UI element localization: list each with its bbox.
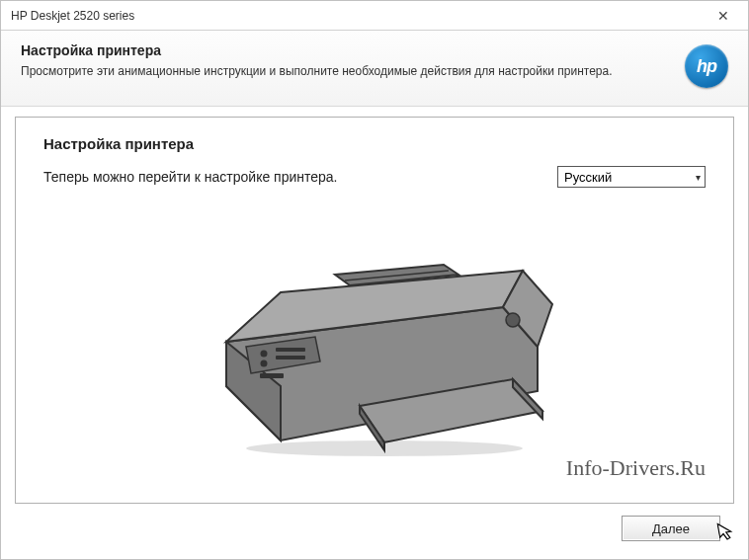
cursor-icon bbox=[716, 520, 736, 546]
svg-rect-2 bbox=[276, 348, 305, 352]
close-button[interactable]: ✕ bbox=[703, 5, 744, 27]
header-subtitle: Просмотрите эти анимационные инструкции … bbox=[21, 64, 613, 78]
printer-icon bbox=[187, 213, 562, 460]
footer: Далее bbox=[1, 504, 748, 559]
printer-illustration bbox=[43, 188, 706, 485]
panel-title: Настройка принтера bbox=[43, 135, 706, 152]
svg-rect-4 bbox=[260, 373, 284, 378]
header-text: Настройка принтера Просмотрите эти анима… bbox=[21, 42, 613, 78]
header-section: Настройка принтера Просмотрите эти анима… bbox=[1, 31, 748, 107]
instruction-text: Теперь можно перейти к настройке принтер… bbox=[43, 169, 338, 185]
titlebar: HP Deskjet 2520 series ✕ bbox=[1, 1, 748, 31]
panel-row: Теперь можно перейти к настройке принтер… bbox=[43, 166, 706, 188]
hp-logo-text: hp bbox=[697, 56, 716, 77]
next-label: Далее bbox=[652, 521, 690, 536]
svg-point-0 bbox=[261, 350, 268, 357]
language-value: Русский bbox=[564, 170, 612, 185]
installer-window: HP Deskjet 2520 series ✕ Настройка принт… bbox=[0, 0, 749, 560]
language-select[interactable]: Русский ▾ bbox=[557, 166, 706, 188]
hp-logo-icon: hp bbox=[685, 44, 728, 88]
svg-point-6 bbox=[246, 440, 523, 456]
header-title: Настройка принтера bbox=[21, 42, 613, 58]
watermark-text: Info-Drivers.Ru bbox=[566, 455, 706, 481]
next-button[interactable]: Далее bbox=[622, 516, 720, 541]
content-panel: Настройка принтера Теперь можно перейти … bbox=[15, 117, 734, 504]
close-icon: ✕ bbox=[717, 8, 729, 24]
svg-point-5 bbox=[506, 313, 520, 327]
svg-rect-3 bbox=[276, 356, 305, 360]
window-title: HP Deskjet 2520 series bbox=[11, 9, 134, 23]
svg-point-1 bbox=[261, 360, 268, 366]
chevron-down-icon: ▾ bbox=[696, 172, 701, 183]
